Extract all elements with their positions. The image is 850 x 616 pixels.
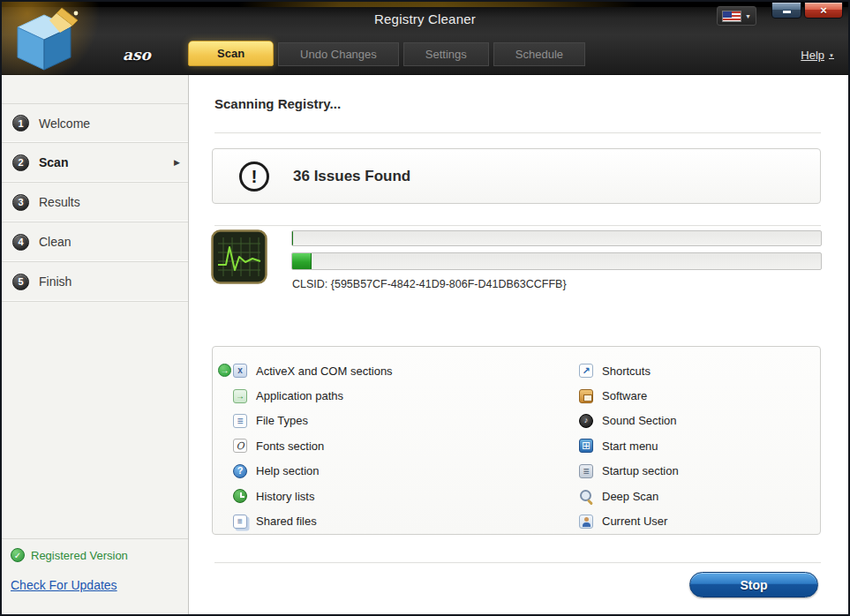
list-item: Software — [579, 383, 679, 408]
category-label: ActiveX and COM sections — [256, 364, 393, 378]
chevron-down-icon: ▼ — [745, 13, 751, 19]
list-item: Deep Scan — [579, 484, 679, 508]
divider — [214, 132, 821, 133]
current-user-icon — [579, 515, 593, 529]
registered-check-icon: ✓ — [11, 548, 25, 562]
category-label: History lists — [256, 490, 314, 503]
help-menu[interactable]: Help ▼ — [801, 49, 834, 62]
application-paths-icon — [233, 389, 247, 403]
tab-undo-changes[interactable]: Undo Changes — [278, 42, 399, 66]
wizard-steps: 1 Welcome 2 Scan ▶ 3 Results 4 Clean 5 F… — [2, 103, 188, 302]
progress-bar-overall — [291, 230, 822, 246]
category-label: Deep Scan — [602, 490, 658, 503]
list-item: Start menu — [579, 433, 679, 458]
sidebar-item-finish[interactable]: 5 Finish — [2, 262, 188, 302]
registered-version-status: ✓ Registered Version — [11, 548, 128, 562]
category-label: Application paths — [256, 389, 343, 402]
list-item: Help section — [233, 459, 393, 484]
file-types-icon — [233, 414, 247, 428]
sidebar: 1 Welcome 2 Scan ▶ 3 Results 4 Clean 5 F… — [2, 75, 189, 614]
page-title: Scanning Registry... — [214, 96, 341, 111]
fonts-icon — [233, 439, 247, 453]
app-logo-cube-brush-icon — [11, 6, 83, 77]
step-label: Welcome — [39, 116, 90, 131]
current-scan-item: CLSID: {595B57CF-4842-41D9-806F-D41DB63C… — [292, 278, 567, 290]
help-label: Help — [801, 49, 824, 62]
sound-speaker-icon — [579, 414, 593, 428]
category-label: Current User — [602, 515, 667, 528]
list-item: Shared files — [233, 508, 393, 533]
start-menu-icon — [579, 439, 593, 453]
tab-settings[interactable]: Settings — [403, 42, 489, 66]
tab-bar: Scan Undo Changes Settings Schedule — [188, 41, 590, 66]
category-label: Shared files — [256, 515, 317, 528]
tab-schedule[interactable]: Schedule — [493, 42, 585, 66]
step-label: Scan — [39, 155, 68, 169]
step-number-badge: 5 — [12, 274, 29, 290]
category-label: Sound Section — [602, 414, 677, 427]
sidebar-footer: ✓ Registered Version Check For Updates — [2, 538, 188, 614]
registered-version-label: Registered Version — [31, 549, 128, 562]
step-label: Clean — [39, 235, 71, 249]
issues-found-count: 36 Issues Found — [293, 168, 410, 185]
startup-section-icon — [579, 464, 593, 478]
shared-files-icon — [233, 515, 247, 529]
sidebar-item-scan[interactable]: 2 Scan ▶ — [2, 143, 188, 183]
progress-fill — [292, 231, 293, 245]
close-button[interactable]: × — [804, 2, 843, 19]
list-item: Shortcuts — [579, 358, 679, 383]
brand-text: aso — [123, 46, 151, 64]
language-selector[interactable]: ▼ — [717, 6, 756, 26]
registry-cleaner-window: Registry Cleaner ▼ × aso Scan Undo Chang… — [0, 0, 850, 616]
list-item: Sound Section — [579, 409, 679, 433]
category-label: Software — [602, 389, 647, 402]
activex-icon — [233, 364, 247, 378]
current-category-arrow-icon — [218, 364, 231, 377]
software-box-icon — [579, 389, 593, 403]
deep-scan-magnifier-icon — [579, 489, 593, 503]
active-step-arrow-icon: ▶ — [174, 158, 180, 167]
step-number-badge: 2 — [12, 154, 29, 171]
main-panel: Scanning Registry... ! 36 Issues Found — [190, 75, 848, 614]
category-label: File Types — [256, 414, 308, 427]
list-item: Application paths — [233, 383, 393, 408]
list-item: File Types — [233, 409, 393, 433]
progress-bar-current — [291, 252, 822, 270]
list-item: History lists — [233, 484, 393, 508]
check-for-updates-link[interactable]: Check For Updates — [11, 578, 117, 592]
list-item: Fonts section — [233, 433, 393, 458]
list-item: ActiveX and COM sections — [233, 358, 393, 383]
step-number-badge: 3 — [12, 194, 29, 211]
categories-left-column: ActiveX and COM sections Application pat… — [233, 358, 393, 534]
history-clock-icon — [233, 489, 247, 503]
divider — [214, 225, 821, 226]
divider — [214, 562, 821, 563]
list-item: Startup section — [579, 459, 679, 484]
sidebar-item-clean[interactable]: 4 Clean — [2, 222, 188, 262]
minimize-button[interactable] — [771, 2, 801, 19]
step-label: Results — [39, 195, 80, 209]
categories-right-column: Shortcuts Software Sound Section Start m… — [579, 358, 679, 534]
sidebar-item-results[interactable]: 3 Results — [2, 183, 188, 222]
step-number-badge: 1 — [12, 115, 29, 131]
category-label: Help section — [256, 464, 320, 477]
scan-activity-icon — [211, 229, 267, 288]
tab-scan[interactable]: Scan — [188, 41, 274, 66]
chevron-down-icon: ▼ — [829, 53, 834, 58]
category-label: Start menu — [602, 439, 658, 453]
issues-found-panel: ! 36 Issues Found — [212, 148, 821, 204]
step-label: Finish — [39, 274, 71, 289]
header: Registry Cleaner ▼ × aso Scan Undo Chang… — [2, 2, 848, 75]
progress-fill — [292, 253, 312, 269]
stop-button[interactable]: Stop — [689, 572, 818, 597]
category-label: Fonts section — [256, 439, 324, 453]
sidebar-item-welcome[interactable]: 1 Welcome — [2, 103, 188, 143]
step-number-badge: 4 — [12, 234, 29, 251]
category-label: Shortcuts — [602, 364, 651, 378]
shortcuts-icon — [579, 364, 593, 378]
scan-categories-panel: ActiveX and COM sections Application pat… — [212, 346, 821, 535]
category-label: Startup section — [602, 464, 679, 477]
list-item: Current User — [579, 508, 679, 533]
us-flag-icon — [722, 11, 741, 22]
window-controls: × — [771, 2, 843, 19]
